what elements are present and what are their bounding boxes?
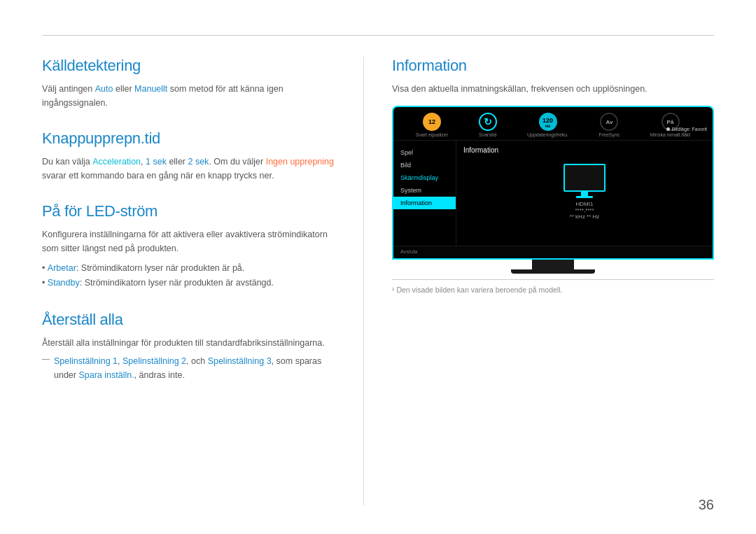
section-title-pa-for-led: På för LED-ström [42,202,335,220]
menu-item-system: System [393,184,456,197]
badge-label: Bildläge: Favorit [672,127,707,132]
right-description: Visa den aktuella inmatningskällan, frek… [392,82,714,96]
monitor-content-title: Information [463,146,498,154]
equalizer-icon-circle: 12 [423,113,441,131]
highlight-1sek: 1 sek [146,157,167,167]
highlight-ingen: Ingen upprepning [266,157,334,167]
monitor-sidebar: Spel Bild Skärmdisplay System Informatio… [393,141,456,246]
monitor-icon-freesync: Av FreeSync [598,113,620,137]
monitor-icon-uppdatering: 120 Hz Uppdateringsfreku. [527,113,568,137]
section-body-aterstall: Återställ alla inställningar för produkt… [42,336,335,350]
page-number: 36 [699,497,714,513]
page-container: Källdetektering Välj antingen Auto eller… [0,0,756,534]
highlight-spel2: Spelinställning 2 [122,356,186,366]
footnote-text: Den visade bilden kan variera beroende p… [396,286,562,294]
menu-item-information: Information [393,197,456,209]
monitor-main: Spel Bild Skärmdisplay System Informatio… [393,141,713,246]
section-pa-for-led: På för LED-ström Konfigurera inställning… [42,202,335,291]
section-title-information: Information [392,57,714,75]
section-title-knappupprepn: Knappupprepn.tid [42,129,335,148]
monitor-bottom-bar: Avsluta [393,246,713,257]
right-footnote: ¹ Den visade bilden kan variera beroende… [392,286,714,294]
freesync-icon-label: FreeSync [598,132,620,137]
monitor-stand-wrapper: 12 Svart equalizer ↻ Svarstid 120 Hz [392,106,714,274]
highlight-auto: Auto [95,84,113,94]
svarstid-icon-circle: ↻ [479,113,497,131]
content-area: Källdetektering Välj antingen Auto eller… [42,57,714,506]
screen-rect [564,164,606,192]
left-column: Källdetektering Välj antingen Auto eller… [42,57,335,506]
screen-base [576,196,593,198]
right-column: Information Visa den aktuella inmatnings… [392,57,714,506]
section-body-knappupprepn: Du kan välja Acceleration, 1 sek eller 2… [42,155,335,183]
menu-item-spel: Spel [393,146,456,159]
bullet-standby: Standby: Strömindikatorn lyser när produ… [42,276,335,290]
monitor-content-area: Information HDMI1 ****,**** ** kHz ** Hz [456,141,713,246]
section-knappupprepn: Knappupprepn.tid Du kan välja Accelerati… [42,129,335,183]
section-body-kalldetektering: Välj antingen Auto eller Manuellt som me… [42,82,335,110]
uppdatering-icon-label: Uppdateringsfreku. [527,132,568,137]
freesync-icon-circle: Av [600,113,618,131]
svarstid-icon-label: Svarstid [479,132,496,137]
section-title-aterstall: Återställ alla [42,311,335,329]
highlight-manual: Manuellt [134,84,167,94]
uppdatering-icon-circle: 120 Hz [539,113,557,131]
monitor-badge: Bildläge: Favorit [666,127,707,132]
footnote-text-aterstall: Spelinställning 1, Spelinställning 2, oc… [54,354,335,382]
monitor-stand-base [511,269,595,274]
minska-icon-label: Minska inmatl.fläkt [650,132,691,137]
badge-dot [666,127,670,131]
menu-item-bild: Bild [393,159,456,171]
monitor-bottom-avsluta: Avsluta [400,248,417,255]
highlight-spel1: Spelinställning 1 [54,356,118,366]
highlight-standby: Standby [48,278,80,288]
column-divider [363,57,364,506]
section-title-kalldetektering: Källdetektering [42,57,335,75]
section-aterstall: Återställ alla Återställ alla inställnin… [42,311,335,382]
monitor-info-text: HDMI1 ****,**** ** kHz ** Hz [570,201,600,220]
section-body-pa-for-led: Konfigurera inställningarna för att akti… [42,227,335,255]
highlight-spara: Spara inställn. [78,370,134,380]
monitor-icon-equalizer: 12 Svart equalizer [416,113,449,137]
bullet-arbetar: Arbetar: Strömindikatorn lyser när produ… [42,261,335,276]
monitor-mockup: 12 Svart equalizer ↻ Svarstid 120 Hz [392,106,714,260]
highlight-2sek: 2 sek [188,157,209,167]
monitor-icon-minska: På Minska inmatl.fläkt [650,113,691,137]
highlight-spel3: Spelinställning 3 [208,356,272,366]
footnote-dash: ― [42,354,50,363]
monitor-icon-svarstid: ↻ Svarstid [479,113,497,137]
monitor-screen-icon: HDMI1 ****,**** ** kHz ** Hz [564,164,606,220]
bullet-list-led: Arbetar: Strömindikatorn lyser när produ… [42,261,335,291]
monitor-top-bar: 12 Svart equalizer ↻ Svarstid 120 Hz [393,107,713,141]
menu-item-skarmdisplay: Skärmdisplay [393,171,456,184]
monitor-stand-neck [532,260,574,269]
section-kalldetektering: Källdetektering Välj antingen Auto eller… [42,57,335,110]
right-separator [392,279,714,280]
equalizer-icon-label: Svart equalizer [416,132,449,137]
footnote-aterstall: ― Spelinställning 1, Spelinställning 2, … [42,354,335,382]
highlight-arbetar: Arbetar [48,263,76,273]
top-border [42,35,714,36]
highlight-acceleration: Acceleration [92,157,141,167]
